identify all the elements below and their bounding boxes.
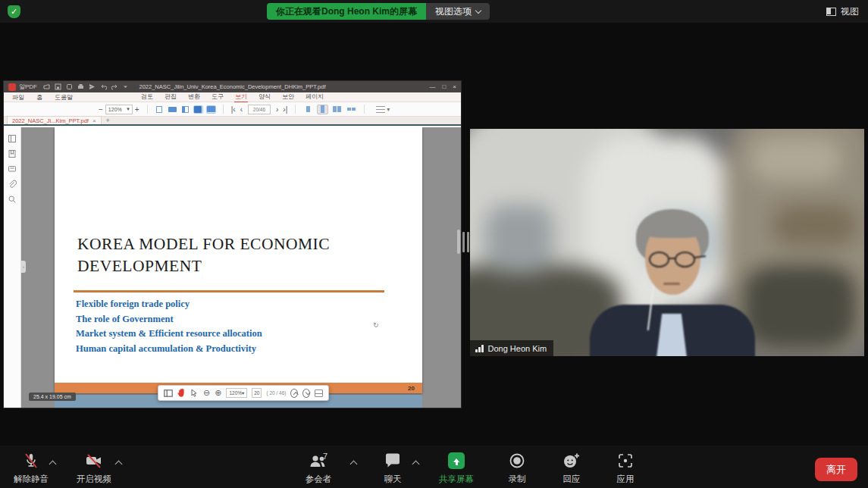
first-page-button[interactable]: |‹	[229, 105, 238, 114]
grid-view-icon[interactable]	[346, 105, 357, 114]
slide-bullet: Human capital accumulation & Productivit…	[76, 342, 394, 357]
view-options-label: 视图选项	[435, 5, 472, 18]
floating-zoom-select[interactable]: 120% ▾	[226, 388, 247, 398]
save-icon[interactable]	[55, 83, 61, 90]
floating-page-input[interactable]: 20	[252, 388, 262, 398]
mic-options-chevron[interactable]	[50, 460, 56, 466]
next-page-circle-icon[interactable]	[302, 389, 310, 398]
camera-off-icon	[84, 452, 104, 470]
quick-access-toolbar	[43, 83, 128, 90]
continuous-view-icon[interactable]	[317, 105, 328, 114]
prev-page-button[interactable]: ‹	[238, 105, 245, 114]
zoom-level-select[interactable]: 120% ▾	[105, 105, 133, 114]
pdf-left-sidebar	[4, 127, 21, 408]
fit-page-icon[interactable]	[155, 105, 165, 114]
participants-options-chevron[interactable]	[351, 460, 357, 466]
window-close-button[interactable]: ×	[453, 83, 456, 90]
new-tab-button[interactable]: +	[106, 117, 110, 124]
send-icon[interactable]	[89, 83, 96, 90]
pdf-app-icon	[8, 83, 16, 91]
glasses-right-lens	[675, 252, 695, 267]
last-page-button[interactable]: ›|	[280, 105, 290, 114]
participant-name-tag: Dong Heon Kim	[470, 340, 553, 356]
attachments-icon[interactable]	[8, 180, 17, 189]
menu-help[interactable]: 도움말	[54, 92, 74, 102]
page-thumbnails-icon[interactable]	[8, 134, 17, 143]
window-maximize-button[interactable]: □	[442, 83, 446, 90]
zoom-in-icon[interactable]: ⊕	[215, 388, 221, 398]
view-options-grid-icon[interactable]	[315, 389, 323, 397]
chat-button[interactable]: 聊天	[366, 452, 419, 485]
apps-label: 应用	[617, 474, 635, 485]
view-options-button[interactable]: 视图选项	[426, 3, 490, 20]
bookmarks-icon[interactable]	[8, 149, 17, 158]
single-page-view-icon[interactable]	[302, 105, 314, 114]
page-number-input[interactable]: 20/46	[248, 105, 271, 114]
caret-down-icon: ▾	[127, 106, 130, 112]
toolbar-customize-caret-icon[interactable]	[123, 84, 128, 89]
save-all-icon[interactable]	[66, 83, 73, 90]
start-video-button[interactable]: 开启视频	[67, 452, 121, 485]
chat-options-chevron[interactable]	[413, 460, 419, 466]
previous-page-circle-icon[interactable]	[290, 389, 298, 398]
document-scrollbar-thumb[interactable]	[457, 230, 460, 254]
menu-edit[interactable]: 편집	[164, 92, 177, 103]
actual-size-icon[interactable]	[193, 105, 203, 114]
redo-icon[interactable]	[111, 83, 118, 90]
open-folder-icon[interactable]	[43, 83, 50, 90]
pointer-tool-icon[interactable]	[190, 389, 199, 398]
menu-file[interactable]: 파일	[11, 92, 25, 102]
comments-icon[interactable]	[8, 164, 17, 174]
undo-icon[interactable]	[100, 83, 107, 90]
two-page-view-icon[interactable]	[331, 105, 343, 114]
menu-security[interactable]: 보안	[281, 92, 295, 103]
leave-button[interactable]: 离开	[815, 458, 857, 481]
video-options-chevron[interactable]	[116, 460, 122, 466]
fit-visible-icon[interactable]	[180, 105, 190, 114]
tab-close-icon[interactable]: ×	[92, 117, 96, 124]
document-tab[interactable]: 2022_NASC_Ji...Kim_PPT.pdf ×	[7, 116, 102, 124]
participant-video-tile[interactable]: Dong Heon Kim	[470, 129, 864, 356]
apps-button[interactable]: 应用	[599, 452, 652, 485]
participants-button[interactable]: 7 参会者	[292, 452, 345, 485]
menu-home[interactable]: 홈	[36, 92, 43, 102]
menu-forms[interactable]: 양식	[258, 92, 271, 103]
person-hairline	[643, 214, 703, 238]
zoom-in-button[interactable]: +	[133, 105, 142, 114]
zoom-out-icon[interactable]: ⊖	[203, 388, 210, 398]
fit-width-icon[interactable]	[168, 105, 177, 114]
pdf-floating-toolbar: ⊖ ⊕ 120% ▾ 20 ( 20 / 46)	[158, 385, 329, 401]
chevron-down-icon	[475, 7, 481, 13]
menu-tools[interactable]: 도구	[211, 92, 224, 103]
menu-convert[interactable]: 변환	[187, 92, 201, 103]
unmute-label: 解除静音	[14, 474, 49, 485]
menu-page[interactable]: 페이지	[305, 92, 324, 103]
page-layout-dropdown[interactable]: ▾	[376, 106, 390, 113]
sidebar-collapse-handle[interactable]: ‹	[21, 261, 26, 273]
participant-person	[470, 129, 864, 356]
full-width-icon[interactable]	[206, 105, 216, 114]
sidebar-toggle-icon[interactable]	[164, 389, 173, 397]
search-icon[interactable]	[8, 195, 17, 204]
slide-bullet-list: Flexible foreign trade policy The role o…	[76, 297, 394, 356]
zoom-out-button[interactable]: −	[96, 105, 105, 114]
raise-hand-icon[interactable]	[177, 388, 186, 398]
print-icon[interactable]	[77, 83, 84, 90]
window-minimize-button[interactable]: —	[429, 83, 435, 90]
start-video-label: 开启视频	[77, 474, 111, 485]
chat-bubble-icon	[384, 452, 402, 469]
unmute-button[interactable]: 解除静音	[5, 452, 58, 485]
share-screen-button[interactable]: 共享屏幕	[430, 452, 483, 485]
document-viewport[interactable]: ‹ KOREA MODEL FOR ECONOMIC DEVELOPMENT F…	[21, 127, 461, 408]
next-page-button[interactable]: ›	[274, 105, 280, 114]
menu-view[interactable]: 보기	[234, 92, 248, 103]
security-shield-icon[interactable]: ✓	[8, 5, 20, 18]
document-tab-label: 2022_NASC_Ji...Kim_PPT.pdf	[12, 117, 89, 124]
view-button[interactable]: 视图	[826, 5, 859, 18]
pane-resize-handle[interactable]	[462, 232, 469, 252]
window-controls: — □ ×	[429, 83, 456, 90]
record-button[interactable]: 录制	[490, 452, 544, 485]
menu-review[interactable]: 검토	[140, 92, 154, 103]
watching-banner: 你正在观看Dong Heon Kim的屏幕	[267, 3, 426, 20]
reactions-button[interactable]: 回应	[545, 452, 598, 485]
